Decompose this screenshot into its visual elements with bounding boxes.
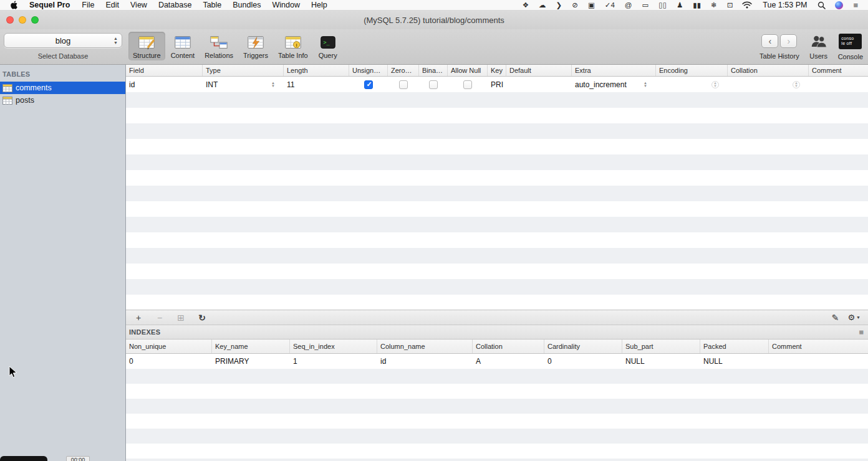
snowflake-icon[interactable]: ❄ <box>706 1 722 9</box>
cell-field[interactable]: id <box>126 77 203 92</box>
relations-tab-button[interactable]: Relations <box>200 32 238 60</box>
cell-key[interactable]: PRI <box>488 77 506 92</box>
type-stepper-icon[interactable]: ▲▼ <box>271 82 275 88</box>
users-group[interactable]: Users <box>809 34 828 60</box>
binary-checkbox[interactable] <box>429 80 438 89</box>
idx-header-column-name[interactable]: Column_name <box>377 340 473 353</box>
cell-collation[interactable]: ▲▼ <box>728 77 809 92</box>
idx-cell-key-name[interactable]: PRIMARY <box>212 354 290 369</box>
structure-tab-button[interactable]: Structure <box>128 32 165 60</box>
duplicate-field-button[interactable]: ⊞ <box>176 313 186 323</box>
sidebar-item-comments[interactable]: comments <box>0 82 125 94</box>
mention-icon[interactable]: @ <box>620 1 637 9</box>
idx-header-non-unique[interactable]: Non_unique <box>126 340 212 353</box>
allow-null-checkbox[interactable] <box>463 80 472 89</box>
column-header-encoding[interactable]: Encoding <box>656 65 728 76</box>
idx-cell-column-name[interactable]: id <box>377 354 473 369</box>
sidebar-item-posts[interactable]: posts <box>0 94 125 107</box>
encoding-stepper-icon[interactable]: ▲▼ <box>711 81 719 88</box>
cell-length[interactable]: 11 <box>284 77 349 92</box>
menu-table[interactable]: Table <box>197 1 227 9</box>
triggers-tab-button[interactable]: Triggers <box>239 32 272 60</box>
notification-center-icon[interactable]: ≡ <box>848 1 863 10</box>
menu-file[interactable]: File <box>76 1 100 9</box>
cell-type[interactable]: INT ▲▼ <box>203 77 284 92</box>
close-button[interactable] <box>6 16 14 24</box>
menu-window[interactable]: Window <box>266 1 305 9</box>
idx-header-seq-in-index[interactable]: Seq_in_index <box>290 340 377 353</box>
refresh-button[interactable]: ↻ <box>197 313 207 323</box>
database-select[interactable]: blog ▲▼ <box>4 33 122 48</box>
console-group[interactable]: conso le off Console <box>838 34 863 60</box>
idx-header-key-name[interactable]: Key_name <box>212 340 290 353</box>
structure-table-row[interactable]: id INT ▲▼ 11 PRI auto_increment ▲▼ <box>126 77 868 92</box>
idx-cell-comment[interactable] <box>769 354 868 369</box>
options-gear-button[interactable]: ⚙ ▼ <box>847 313 861 322</box>
cell-comment[interactable] <box>809 77 868 92</box>
idx-header-collation[interactable]: Collation <box>473 340 544 353</box>
indexes-menu-icon[interactable]: ≡ <box>859 328 864 337</box>
apple-menu[interactable] <box>5 1 23 9</box>
menu-help[interactable]: Help <box>306 1 333 9</box>
column-header-field[interactable]: Field <box>126 65 203 76</box>
idx-header-packed[interactable]: Packed <box>700 340 769 353</box>
idx-cell-sub-part[interactable]: NULL <box>622 354 700 369</box>
column-header-zerofill[interactable]: Zero… <box>388 65 419 76</box>
column-header-binary[interactable]: Bina… <box>419 65 448 76</box>
handoff-icon[interactable]: ❯ <box>551 1 567 9</box>
cell-extra[interactable]: auto_increment ▲▼ <box>572 77 656 92</box>
siri-icon[interactable] <box>835 1 843 9</box>
display-icon[interactable]: ▭ <box>637 1 653 9</box>
mission-control-icon[interactable]: ▯▯ <box>653 1 672 9</box>
column-header-collation[interactable]: Collation <box>728 65 809 76</box>
column-header-unsigned[interactable]: Unsign… <box>349 65 388 76</box>
cell-default[interactable] <box>506 77 572 92</box>
history-forward-button[interactable]: › <box>780 34 797 48</box>
idx-cell-seq-in-index[interactable]: 1 <box>290 354 377 369</box>
menu-bundles[interactable]: Bundles <box>227 1 266 9</box>
cell-encoding[interactable]: ▲▼ <box>656 77 728 92</box>
column-header-comment[interactable]: Comment <box>809 65 868 76</box>
idx-cell-cardinality[interactable]: 0 <box>544 354 622 369</box>
app-menu[interactable]: Sequel Pro <box>23 1 76 9</box>
idx-cell-non-unique[interactable]: 0 <box>126 354 212 369</box>
extra-stepper-icon[interactable]: ▲▼ <box>644 82 647 88</box>
edit-field-button[interactable]: ✎ <box>832 313 839 323</box>
column-header-type[interactable]: Type <box>203 65 284 76</box>
column-header-default[interactable]: Default <box>506 65 572 76</box>
index-table-row[interactable]: 0 PRIMARY 1 id A 0 NULL NULL <box>126 354 868 369</box>
table-info-tab-button[interactable]: i Table Info <box>274 32 312 60</box>
column-header-key[interactable]: Key <box>488 65 506 76</box>
stats-icon[interactable]: ▮▮ <box>688 1 706 9</box>
minimize-button[interactable] <box>19 16 26 24</box>
updates-check-icon[interactable]: ✓4 <box>600 1 620 9</box>
column-header-length[interactable]: Length <box>284 65 349 76</box>
query-tab-button[interactable]: >_ Query <box>314 32 342 60</box>
cloud-icon[interactable]: ☁ <box>534 1 551 9</box>
history-back-button[interactable]: ‹ <box>761 34 778 48</box>
content-tab-button[interactable]: Content <box>166 32 200 60</box>
airplay-icon[interactable]: ⊡ <box>722 1 738 9</box>
menu-view[interactable]: View <box>125 1 153 9</box>
idx-cell-collation[interactable]: A <box>473 354 544 369</box>
idx-header-comment[interactable]: Comment <box>769 340 868 353</box>
search-icon[interactable] <box>817 1 826 9</box>
idx-header-cardinality[interactable]: Cardinality <box>544 340 622 353</box>
menu-edit[interactable]: Edit <box>100 1 125 9</box>
remove-field-button[interactable]: − <box>155 313 165 323</box>
zerofill-checkbox[interactable] <box>399 80 408 89</box>
menu-clock[interactable]: Tue 1:53 PM <box>756 1 813 9</box>
zoom-button[interactable] <box>31 16 39 24</box>
do-not-disturb-icon[interactable]: ⊘ <box>567 1 583 9</box>
wifi-icon[interactable] <box>742 1 752 9</box>
column-header-allow-null[interactable]: Allow Null <box>448 65 488 76</box>
idx-cell-packed[interactable]: NULL <box>700 354 769 369</box>
unsigned-checkbox[interactable] <box>364 80 373 89</box>
collation-stepper-icon[interactable]: ▲▼ <box>793 81 800 88</box>
dropbox-icon[interactable]: ❖ <box>518 1 534 9</box>
screen-recording-icon[interactable]: ▣ <box>583 1 600 9</box>
add-field-button[interactable]: + <box>133 313 143 323</box>
user-silhouette-icon[interactable]: ♟ <box>672 1 688 9</box>
menu-database[interactable]: Database <box>153 1 198 9</box>
idx-header-sub-part[interactable]: Sub_part <box>622 340 700 353</box>
